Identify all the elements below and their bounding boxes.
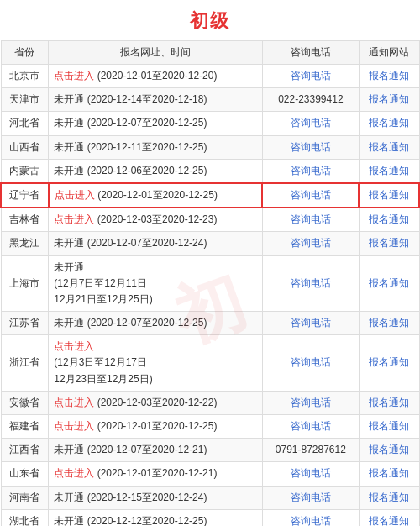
registration-link[interactable]: 点击进入 [54,420,94,432]
phone-link[interactable]: 咨询电话 [291,515,331,526]
phone-link[interactable]: 咨询电话 [291,189,331,201]
registration-cell: 未开通 (2020-12-06至2020-12-25) [49,159,263,183]
phone-link[interactable]: 咨询电话 [291,420,331,432]
phone-cell[interactable]: 咨询电话 [262,232,359,255]
phone-link[interactable]: 咨询电话 [291,213,331,225]
registration-link[interactable]: 点击进入 [54,340,94,352]
registration-cell: 未开通 (2020-12-15至2020-12-24) [49,486,263,509]
table-row: 山东省点击进入 (2020-12-01至2020-12-21)咨询电话报名通知 [1,462,419,486]
phone-cell[interactable]: 咨询电话 [262,135,359,159]
registration-cell: 未开通 (2020-12-14至2020-12-18) [49,88,263,112]
table-row: 吉林省点击进入 (2020-12-03至2020-12-23)咨询电话报名通知 [1,208,419,232]
phone-cell[interactable]: 咨询电话 [262,415,359,439]
phone-cell[interactable]: 咨询电话 [262,65,359,88]
province-cell: 吉林省 [1,208,49,232]
phone-cell[interactable]: 咨询电话 [262,159,359,183]
notice-cell[interactable]: 报名通知 [359,112,419,135]
notice-cell[interactable]: 报名通知 [359,391,419,414]
col-province: 省份 [1,41,49,65]
notice-cell[interactable]: 报名通知 [359,88,419,112]
notice-cell[interactable]: 报名通知 [359,439,419,462]
notice-cell[interactable]: 报名通知 [359,462,419,486]
notice-cell[interactable]: 报名通知 [359,159,419,183]
phone-link[interactable]: 咨询电话 [291,117,331,129]
notice-link[interactable]: 报名通知 [369,165,409,176]
province-cell: 湖北省 [1,509,49,526]
province-cell: 辽宁省 [1,183,49,208]
notice-link[interactable]: 报名通知 [369,492,409,503]
notice-link[interactable]: 报名通知 [369,93,409,105]
registration-link[interactable]: 点击进入 [54,213,94,225]
registration-cell: 未开通 (2020-12-07至2020-12-24) [49,232,263,255]
table-row: 天津市未开通 (2020-12-14至2020-12-18)022-233994… [1,88,419,112]
province-cell: 北京市 [1,65,49,88]
notice-link[interactable]: 报名通知 [369,117,409,129]
notice-link[interactable]: 报名通知 [369,356,409,368]
phone-cell[interactable]: 咨询电话 [262,486,359,509]
notice-link[interactable]: 报名通知 [369,189,409,201]
notice-cell[interactable]: 报名通知 [359,208,419,232]
registration-link[interactable]: 点击进入 [54,397,94,408]
notice-link[interactable]: 报名通知 [369,444,409,455]
notice-link[interactable]: 报名通知 [369,141,409,153]
phone-link[interactable]: 咨询电话 [291,397,331,408]
registration-cell: 点击进入 (2020-12-01至2020-12-20) [49,65,263,88]
phone-cell[interactable]: 咨询电话 [262,391,359,414]
notice-cell[interactable]: 报名通知 [359,65,419,88]
notice-cell[interactable]: 报名通知 [359,335,419,392]
phone-cell: 0791-87287612 [262,439,359,462]
registration-link[interactable]: 点击进入 [55,189,95,201]
phone-link[interactable]: 咨询电话 [291,237,331,249]
notice-cell[interactable]: 报名通知 [359,312,419,335]
notice-link[interactable]: 报名通知 [369,213,409,225]
notice-cell[interactable]: 报名通知 [359,135,419,159]
registration-cell: 未开通 (2020-12-07至2020-12-25) [49,312,263,335]
phone-link[interactable]: 咨询电话 [291,70,331,82]
table-row: 上海市未开通(12月7日至12月11日12月21日至12月25日)咨询电话报名通… [1,255,419,312]
registration-cell: 点击进入 (2020-12-01至2020-12-25) [49,415,263,439]
phone-cell[interactable]: 咨询电话 [262,255,359,312]
phone-cell[interactable]: 咨询电话 [262,208,359,232]
table-row: 湖北省未开通 (2020-12-12至2020-12-25)咨询电话报名通知 [1,509,419,526]
table-row: 福建省点击进入 (2020-12-01至2020-12-25)咨询电话报名通知 [1,415,419,439]
registration-link[interactable]: 点击进入 [54,70,94,82]
phone-cell[interactable]: 咨询电话 [262,462,359,486]
notice-link[interactable]: 报名通知 [369,237,409,249]
phone-cell[interactable]: 咨询电话 [262,509,359,526]
table-row: 山西省未开通 (2020-12-11至2020-12-25)咨询电话报名通知 [1,135,419,159]
notice-cell[interactable]: 报名通知 [359,486,419,509]
notice-link[interactable]: 报名通知 [369,277,409,289]
notice-link[interactable]: 报名通知 [369,420,409,432]
phone-cell[interactable]: 咨询电话 [262,183,359,208]
notice-link[interactable]: 报名通知 [369,515,409,526]
notice-cell[interactable]: 报名通知 [359,509,419,526]
notice-cell[interactable]: 报名通知 [359,415,419,439]
province-cell: 福建省 [1,415,49,439]
notice-cell[interactable]: 报名通知 [359,183,419,208]
province-cell: 山西省 [1,135,49,159]
phone-link[interactable]: 咨询电话 [291,356,331,368]
notice-cell[interactable]: 报名通知 [359,255,419,312]
table-row: 浙江省点击进入(12月3日至12月17日12月23日至12月25日)咨询电话报名… [1,335,419,392]
phone-link[interactable]: 咨询电话 [291,467,331,479]
table-row: 内蒙古未开通 (2020-12-06至2020-12-25)咨询电话报名通知 [1,159,419,183]
phone-cell[interactable]: 咨询电话 [262,112,359,135]
phone-link[interactable]: 咨询电话 [291,492,331,503]
province-cell: 天津市 [1,88,49,112]
notice-link[interactable]: 报名通知 [369,467,409,479]
table-row: 辽宁省点击进入 (2020-12-01至2020-12-25)咨询电话报名通知 [1,183,419,208]
phone-cell[interactable]: 咨询电话 [262,312,359,335]
notice-link[interactable]: 报名通知 [369,317,409,329]
phone-link[interactable]: 咨询电话 [291,317,331,329]
registration-link[interactable]: 点击进入 [54,467,94,479]
notice-link[interactable]: 报名通知 [369,397,409,408]
phone-link[interactable]: 咨询电话 [291,165,331,176]
table-header: 省份 报名网址、时间 咨询电话 通知网站 [1,41,419,65]
phone-link[interactable]: 咨询电话 [291,141,331,153]
notice-cell[interactable]: 报名通知 [359,232,419,255]
notice-link[interactable]: 报名通知 [369,70,409,82]
province-cell: 浙江省 [1,335,49,392]
phone-link[interactable]: 咨询电话 [291,277,331,289]
phone-cell[interactable]: 咨询电话 [262,335,359,392]
province-cell: 山东省 [1,462,49,486]
